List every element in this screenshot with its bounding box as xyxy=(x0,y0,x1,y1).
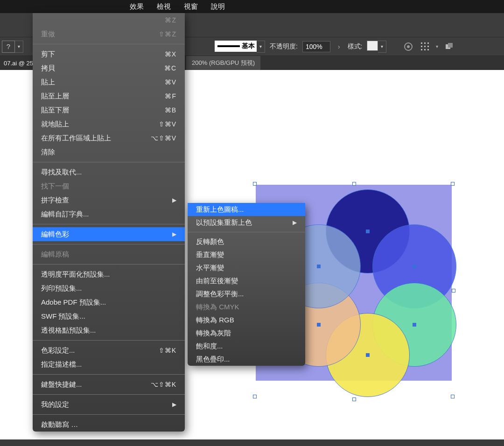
menu-item-label: 找下一個 xyxy=(41,181,69,191)
menubar-item[interactable]: 說明 xyxy=(204,0,231,13)
menu-item[interactable]: 尋找及取代... xyxy=(33,165,185,179)
menu-item[interactable]: 色彩設定...⇧⌘K xyxy=(33,343,185,357)
menu-item[interactable]: 轉換為 RGB xyxy=(188,314,305,327)
menu-item[interactable]: 調整色彩平衡... xyxy=(188,287,305,300)
menu-item: 重做⇧⌘Z xyxy=(33,27,185,41)
style-swatch[interactable] xyxy=(367,41,378,51)
menu-item[interactable]: 啟動聽寫 … xyxy=(33,418,185,432)
menu-item[interactable]: 我的設定▶ xyxy=(33,397,185,411)
menu-item-label: 指定描述檔... xyxy=(41,359,82,369)
menubar-item[interactable]: 效果 xyxy=(123,0,150,13)
menu-item[interactable]: 列印預設集... xyxy=(33,281,185,295)
menu-item-label: 調整色彩平衡... xyxy=(196,289,244,299)
menu-item: ⌘Z xyxy=(33,13,185,27)
menu-item-label: 編輯自訂字典... xyxy=(41,209,89,219)
menu-separator xyxy=(33,244,185,244)
menu-item-label: 水平漸變 xyxy=(196,263,224,273)
stroke-preset[interactable]: 基本 xyxy=(215,41,257,52)
menubar-item[interactable]: 檢視 xyxy=(150,0,177,13)
selection-handle[interactable] xyxy=(451,395,455,398)
chevron-down-icon[interactable]: ▾ xyxy=(378,41,386,53)
menu-item-label: 清除 xyxy=(41,147,55,157)
menu-item[interactable]: 編輯色彩▶ xyxy=(33,227,185,241)
menu-separator xyxy=(33,340,185,341)
menu-item-label: 重新上色圖稿... xyxy=(196,204,244,215)
menu-item[interactable]: 貼上⌘V xyxy=(33,75,185,89)
menu-item-label: 由前至後漸變 xyxy=(196,276,238,286)
anchor-point[interactable] xyxy=(413,323,416,327)
chevron-down-icon[interactable]: ▾ xyxy=(257,41,265,53)
selection-handle[interactable] xyxy=(352,397,356,401)
opacity-label: 不透明度: xyxy=(270,42,298,51)
menu-item[interactable]: Adobe PDF 預設集... xyxy=(33,295,185,309)
menu-item[interactable]: 黑色疊印... xyxy=(188,353,305,366)
menu-item[interactable]: 貼至上層⌘F xyxy=(33,89,185,103)
menu-item[interactable]: SWF 預設集... xyxy=(33,309,185,323)
selection-handle[interactable] xyxy=(451,182,455,186)
menu-item[interactable]: 水平漸變 xyxy=(188,261,305,274)
menu-item[interactable]: 以預設集重新上色▶ xyxy=(188,216,305,229)
menu-item[interactable]: 透視格點預設集... xyxy=(33,323,185,337)
help-icon[interactable]: ? xyxy=(2,41,15,53)
menu-shortcut: ⌘V xyxy=(165,77,176,87)
menu-item[interactable]: 清除 xyxy=(33,145,185,159)
menu-item[interactable]: 指定描述檔... xyxy=(33,357,185,371)
menu-item[interactable]: 鍵盤快捷鍵...⌥⇧⌘K xyxy=(33,377,185,391)
menu-item[interactable]: 拼字檢查▶ xyxy=(33,193,185,207)
anchor-point[interactable] xyxy=(366,353,370,357)
submenu-arrow-icon: ▶ xyxy=(287,217,297,228)
menu-item-label: 啟動聽寫 … xyxy=(41,419,78,430)
menu-item[interactable]: 反轉顏色 xyxy=(188,235,305,248)
menu-item[interactable]: 由前至後漸變 xyxy=(188,274,305,287)
menu-item[interactable]: 垂直漸變 xyxy=(188,248,305,261)
opacity-field[interactable]: 100% xyxy=(302,41,330,52)
recolor-icon[interactable] xyxy=(402,41,414,53)
tab-active[interactable]: 200% (RGB/GPU 預視) xyxy=(186,56,260,70)
menu-shortcut: ⌥⇧⌘K xyxy=(151,379,176,390)
selection-handle[interactable] xyxy=(352,182,356,186)
edit-menu: ⌘Z重做⇧⌘Z剪下⌘X拷貝⌘C貼上⌘V貼至上層⌘F貼至下層⌘B就地貼上⇧⌘V在所… xyxy=(33,13,185,432)
menu-item[interactable]: 拷貝⌘C xyxy=(33,61,185,75)
menu-shortcut: ⌘Z xyxy=(165,15,176,25)
menu-item[interactable]: 轉換為灰階 xyxy=(188,327,305,340)
selection-handle[interactable] xyxy=(253,395,257,398)
menu-shortcut: ⌘C xyxy=(164,63,176,73)
menu-item[interactable]: 剪下⌘X xyxy=(33,47,185,61)
menu-item-label: 我的設定 xyxy=(41,399,69,410)
menu-shortcut: ⌘B xyxy=(165,105,176,115)
menu-item-label: 透明度平面化預設集... xyxy=(41,269,110,279)
align-grid-icon[interactable] xyxy=(419,41,431,53)
selection-handle[interactable] xyxy=(253,182,257,186)
menu-item[interactable]: 就地貼上⇧⌘V xyxy=(33,117,185,131)
chevron-down-icon[interactable]: ▾ xyxy=(15,41,23,53)
menu-item[interactable]: 在所有工作區域上貼上⌥⇧⌘V xyxy=(33,131,185,145)
menu-item-label: 編輯原稿 xyxy=(41,249,69,259)
stroke-label: 基本 xyxy=(240,42,257,50)
menu-item-label: 在所有工作區域上貼上 xyxy=(41,133,111,143)
chevron-down-icon[interactable]: ▾ xyxy=(436,44,438,49)
tab-inactive-label[interactable]: 07.ai @ 25 xyxy=(0,60,37,67)
menu-item[interactable]: 貼至下層⌘B xyxy=(33,103,185,117)
chevron-right-icon[interactable]: › xyxy=(335,43,343,50)
menu-item-label: 貼上 xyxy=(41,77,55,87)
anchor-point[interactable] xyxy=(366,230,370,233)
arrange-icon[interactable] xyxy=(443,41,455,53)
style-label: 樣式: xyxy=(348,42,363,51)
submenu-arrow-icon: ▶ xyxy=(167,399,176,410)
menu-separator xyxy=(33,224,185,224)
menu-item-label: 轉換為 RGB xyxy=(196,315,234,325)
selection-handle[interactable] xyxy=(452,289,455,293)
anchor-point[interactable] xyxy=(317,265,321,268)
menu-item-label: 拷貝 xyxy=(41,63,55,73)
menu-item[interactable]: 重新上色圖稿... xyxy=(188,203,305,216)
menu-item[interactable]: 飽和度... xyxy=(188,340,305,353)
menu-item-label: SWF 預設集... xyxy=(41,311,85,321)
anchor-point[interactable] xyxy=(317,323,321,327)
anchor-point[interactable] xyxy=(413,265,416,268)
menubar-item[interactable]: 視窗 xyxy=(177,0,204,13)
menu-item: 編輯原稿 xyxy=(33,247,185,261)
menu-shortcut: ⇧⌘V xyxy=(159,119,176,129)
menu-item[interactable]: 編輯自訂字典... xyxy=(33,207,185,221)
menu-item[interactable]: 透明度平面化預設集... xyxy=(33,267,185,281)
menu-item-label: 轉換為灰階 xyxy=(196,328,231,338)
